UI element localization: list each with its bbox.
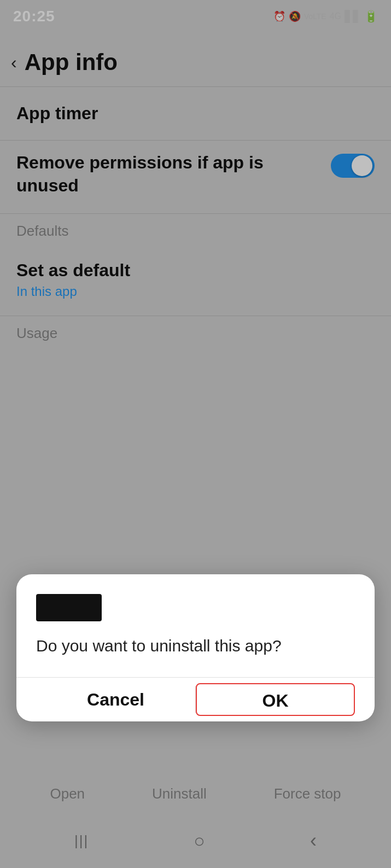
- app-icon-placeholder: [36, 594, 102, 621]
- dialog-overlay: [0, 0, 391, 868]
- cancel-button[interactable]: Cancel: [36, 678, 195, 721]
- ok-button[interactable]: OK: [196, 683, 355, 716]
- uninstall-dialog: Do you want to uninstall this app? Cance…: [16, 574, 375, 721]
- dialog-message: Do you want to uninstall this app?: [36, 634, 355, 657]
- dialog-button-row: Cancel OK: [36, 678, 355, 721]
